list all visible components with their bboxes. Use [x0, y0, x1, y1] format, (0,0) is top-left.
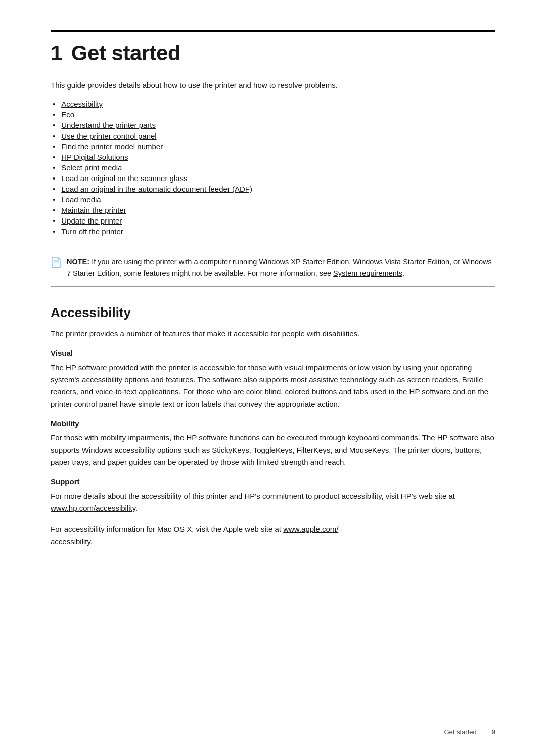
visual-text: The HP software provided with the printe…	[51, 362, 495, 410]
toc-item-print-media: Select print media	[51, 162, 495, 173]
support-text-before: For more details about the accessibility…	[51, 492, 455, 500]
support-text-before2: For accessibility information for Mac OS…	[51, 525, 283, 533]
toc-item-eco: Eco	[51, 109, 495, 120]
chapter-header: 1Get started	[51, 30, 495, 65]
toc-item-accessibility: Accessibility	[51, 99, 495, 109]
chapter-number: 1	[51, 41, 62, 65]
system-requirements-link[interactable]: System requirements	[333, 269, 402, 277]
toc-item-model-number: Find the printer model number	[51, 141, 495, 152]
footer-section-label: Get started	[444, 728, 476, 736]
page-footer: Get started 9	[444, 728, 495, 736]
toc-link-accessibility[interactable]: Accessibility	[61, 100, 103, 108]
support-text-1: For more details about the accessibility…	[51, 490, 495, 514]
toc-link-scanner-glass[interactable]: Load an original on the scanner glass	[61, 174, 187, 183]
toc-link-print-media[interactable]: Select print media	[61, 163, 122, 172]
toc-link-update[interactable]: Update the printer	[61, 216, 122, 225]
toc-item-adf: Load an original in the automatic docume…	[51, 184, 495, 194]
toc-link-printer-parts[interactable]: Understand the printer parts	[61, 121, 156, 129]
toc-link-turn-off[interactable]: Turn off the printer	[61, 227, 123, 236]
note-label: NOTE:	[67, 258, 89, 266]
mobility-text: For those with mobility impairments, the…	[51, 432, 495, 468]
visual-subsection: Visual The HP software provided with the…	[51, 349, 495, 410]
support-text-mid: .	[135, 504, 138, 512]
hp-accessibility-link[interactable]: www.hp.com/accessibility	[51, 504, 135, 512]
intro-text: This guide provides details about how to…	[51, 79, 495, 92]
page-content: 1Get started This guide provides details…	[0, 0, 546, 756]
toc-link-load-media[interactable]: Load media	[61, 195, 101, 204]
toc-link-digital-solutions[interactable]: HP Digital Solutions	[61, 153, 128, 161]
visual-title: Visual	[51, 349, 495, 358]
chapter-title: 1Get started	[51, 41, 495, 65]
toc-item-printer-parts: Understand the printer parts	[51, 120, 495, 130]
mobility-title: Mobility	[51, 419, 495, 428]
toc-item-scanner-glass: Load an original on the scanner glass	[51, 173, 495, 184]
note-icon: 📄	[51, 257, 62, 268]
toc-item-maintain: Maintain the printer	[51, 205, 495, 215]
note-text-end: .	[402, 269, 404, 277]
toc-link-control-panel[interactable]: Use the printer control panel	[61, 131, 156, 140]
toc-link-eco[interactable]: Eco	[61, 110, 74, 119]
toc-link-model-number[interactable]: Find the printer model number	[61, 142, 163, 151]
toc-item-turn-off: Turn off the printer	[51, 226, 495, 237]
note-content: NOTE: If you are using the printer with …	[67, 256, 495, 279]
mobility-subsection: Mobility For those with mobility impairm…	[51, 419, 495, 468]
accessibility-intro: The printer provides a number of feature…	[51, 328, 495, 340]
note-box: 📄 NOTE: If you are using the printer wit…	[51, 249, 495, 287]
toc-item-control-panel: Use the printer control panel	[51, 130, 495, 141]
toc-list: Accessibility Eco Understand the printer…	[51, 99, 495, 237]
support-subsection: Support For more details about the acces…	[51, 477, 495, 548]
support-title: Support	[51, 477, 495, 486]
accessibility-section: Accessibility The printer provides a num…	[51, 305, 495, 548]
note-text: If you are using the printer with a comp…	[67, 258, 492, 277]
footer-page-number: 9	[492, 728, 495, 736]
toc-item-digital-solutions: HP Digital Solutions	[51, 152, 495, 162]
support-text-end: .	[90, 537, 93, 546]
toc-item-load-media: Load media	[51, 194, 495, 205]
accessibility-section-title: Accessibility	[51, 305, 495, 321]
support-text-2: For accessibility information for Mac OS…	[51, 523, 495, 548]
toc-link-maintain[interactable]: Maintain the printer	[61, 206, 126, 214]
toc-link-adf[interactable]: Load an original in the automatic docume…	[61, 185, 252, 193]
toc-item-update: Update the printer	[51, 215, 495, 226]
